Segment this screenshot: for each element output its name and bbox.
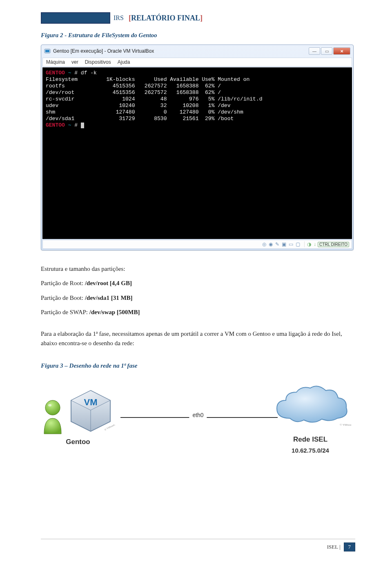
cloud-node: © VMware, Inc. Rede ISEL 10.62.75.0/24 xyxy=(265,382,355,454)
window-statusbar: ◎ ◉ ✎ ▣ ▭ ▢ ◑ ↓ CTRL DIREITO xyxy=(42,240,352,249)
document-header: IRS [RELATÓRIO FINAL] xyxy=(41,12,355,24)
svg-point-3 xyxy=(48,404,51,406)
svg-text:VM: VM xyxy=(84,397,98,407)
partition-swap: Partição de SWAP: /dev/swap [500MB] xyxy=(41,308,355,317)
host-key-label: CTRL DIREITO xyxy=(318,242,349,247)
eth0-label: eth0 xyxy=(189,412,207,418)
menu-item-ajuda[interactable]: Ajuda xyxy=(118,59,130,65)
header-blue-box xyxy=(41,12,110,24)
cloud-name-label: Rede ISEL xyxy=(265,435,355,444)
partition-boot: Partição de Boot: /dev/sda1 [31 MB] xyxy=(41,293,355,303)
window-title: Gentoo [Em execução] - Oracle VM Virtual… xyxy=(53,48,309,54)
menu-item-maquina[interactable]: Máquina xyxy=(46,59,65,65)
window-menubar: Máquina ver Dispositivos Ajuda xyxy=(42,58,352,67)
cd-icon: ◉ xyxy=(269,241,273,247)
footer-label: ISEL | xyxy=(327,544,341,550)
figure-3-caption: Figura 3 – Desenho da rede na 1ª fase xyxy=(41,362,355,369)
menu-item-dispositivos[interactable]: Dispositivos xyxy=(85,59,111,65)
gentoo-node: VM © VMware, Inc. Gentoo xyxy=(41,386,115,446)
partition-root: Partição de Root: /dev/root [4,4 GB] xyxy=(41,279,355,288)
window-titlebar[interactable]: Gentoo [Em execução] - Oracle VM Virtual… xyxy=(42,45,353,57)
virtualbox-window: Gentoo [Em execução] - Oracle VM Virtual… xyxy=(41,45,354,250)
disk-icon: ◎ xyxy=(262,241,266,247)
menu-item-ver[interactable]: ver xyxy=(71,59,78,65)
maximize-button[interactable]: ▭ xyxy=(321,47,332,55)
svg-text:© VMware, Inc.: © VMware, Inc. xyxy=(340,423,351,426)
display-icon: ▢ xyxy=(296,241,300,247)
close-button[interactable]: ✕ xyxy=(333,47,350,55)
minimize-button[interactable]: — xyxy=(309,47,320,55)
figure-2-caption: Figura 2 - Estrutura de FileSystem do Ge… xyxy=(41,32,355,39)
cloud-ip-label: 10.62.75.0/24 xyxy=(265,447,355,454)
header-title: [RELATÓRIO FINAL] xyxy=(127,12,204,24)
cloud-icon: © VMware, Inc. xyxy=(270,382,351,431)
header-title-text: RELATÓRIO FINAL xyxy=(131,14,200,22)
user-icon xyxy=(41,399,65,435)
body-text: Estrutura e tamanho das partições: Parti… xyxy=(41,264,355,348)
page-footer: ISEL | 7 xyxy=(41,539,355,551)
header-irs-label: IRS xyxy=(110,12,127,24)
svg-point-2 xyxy=(45,400,60,415)
usb-icon: ✎ xyxy=(275,241,279,247)
host-key-icon: ↓ xyxy=(314,241,316,247)
network-icon: ▣ xyxy=(282,241,286,247)
mouse-integration-icon: ◑ xyxy=(307,241,311,247)
shared-folder-icon: ▭ xyxy=(289,241,293,247)
terminal-output[interactable]: GENTOO ~ # df -kFilesystem 1K-blocks Use… xyxy=(42,67,352,239)
vm-box-icon: VM © VMware, Inc. xyxy=(66,386,115,435)
partitions-intro: Estrutura e tamanho das partições: xyxy=(41,264,355,274)
network-diagram: eth0 xyxy=(41,377,355,471)
virtualbox-icon xyxy=(44,48,51,54)
paragraph-phase1: Para a elaboração da 1ª fase, necessitam… xyxy=(41,329,355,348)
page-number: 7 xyxy=(344,542,356,551)
gentoo-label: Gentoo xyxy=(41,438,115,446)
svg-rect-1 xyxy=(45,50,49,52)
